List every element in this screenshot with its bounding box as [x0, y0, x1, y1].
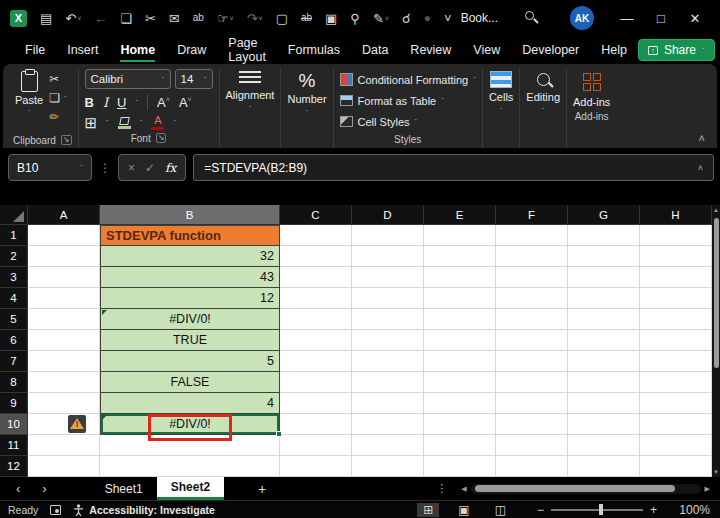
cell-D8[interactable]: [352, 372, 424, 393]
cell-F7[interactable]: [496, 351, 568, 372]
normal-view-icon[interactable]: ⊞: [417, 503, 439, 517]
scroll-left-icon[interactable]: ◀: [461, 485, 466, 493]
cell-H11[interactable]: [640, 435, 712, 456]
underline-button[interactable]: U: [117, 95, 126, 110]
cell-E10[interactable]: [424, 414, 496, 435]
cell-A3[interactable]: [28, 267, 100, 288]
qat-copy-icon[interactable]: ❏: [120, 12, 132, 25]
cell-B12[interactable]: [100, 456, 280, 477]
chevron-down-icon[interactable]: ˋ: [106, 118, 109, 127]
cell-E3[interactable]: [424, 267, 496, 288]
conditional-formatting-button[interactable]: Conditional Formattingˋ: [340, 70, 476, 89]
cell-F4[interactable]: [496, 288, 568, 309]
cell-F9[interactable]: [496, 393, 568, 414]
cell-F3[interactable]: [496, 267, 568, 288]
cell-A6[interactable]: [28, 330, 100, 351]
cell-G4[interactable]: [568, 288, 640, 309]
cell-A4[interactable]: [28, 288, 100, 309]
clipboard-dialog-launcher[interactable]: ↘: [61, 135, 72, 146]
row-header-8[interactable]: 8: [0, 372, 28, 393]
cell-C10[interactable]: [280, 414, 352, 435]
font-name-select[interactable]: Calibriˋ: [85, 69, 171, 89]
cell-E2[interactable]: [424, 246, 496, 267]
cell-G6[interactable]: [568, 330, 640, 351]
avatar[interactable]: AK: [570, 6, 594, 30]
number-button[interactable]: % Number ˋ: [287, 71, 326, 117]
qat-touch-mode-icon[interactable]: ☞˅: [217, 12, 234, 25]
row-header-10[interactable]: 10: [0, 414, 28, 435]
cell-H12[interactable]: [640, 456, 712, 477]
cell-C2[interactable]: [280, 246, 352, 267]
row-header-3[interactable]: 3: [0, 267, 28, 288]
page-layout-view-icon[interactable]: ▣: [452, 503, 475, 517]
share-button[interactable]: ↑ Share ˋ: [638, 39, 715, 61]
row-header-1[interactable]: 1: [0, 225, 28, 246]
accessibility-status[interactable]: Accessibility: Investigate: [89, 504, 214, 516]
cell-H1[interactable]: [640, 225, 712, 246]
qat-paste-special-icon[interactable]: ✉: [169, 12, 180, 25]
cell-A11[interactable]: [28, 435, 100, 456]
cell-F8[interactable]: [496, 372, 568, 393]
tab-view[interactable]: View: [473, 38, 500, 62]
cell-C8[interactable]: [280, 372, 352, 393]
cell-G10[interactable]: [568, 414, 640, 435]
cell-D1[interactable]: [352, 225, 424, 246]
cell-A1[interactable]: [28, 225, 100, 246]
qat-save-icon[interactable]: ▤: [40, 12, 52, 25]
cell-D9[interactable]: [352, 393, 424, 414]
cell-G5[interactable]: [568, 309, 640, 330]
vertical-scroll-thumb[interactable]: [714, 218, 719, 368]
enter-icon[interactable]: ✓: [145, 161, 155, 175]
add-ins-button[interactable]: Add-ins: [573, 71, 610, 108]
cell-B5[interactable]: #DIV/0!: [100, 309, 280, 330]
cell-D6[interactable]: [352, 330, 424, 351]
cell-B7[interactable]: 5: [100, 351, 280, 372]
cell-G11[interactable]: [568, 435, 640, 456]
font-color-button[interactable]: A: [151, 115, 164, 130]
cell-A2[interactable]: [28, 246, 100, 267]
qat-draw-pen-icon[interactable]: ✎˅: [373, 12, 389, 25]
row-header-9[interactable]: 9: [0, 393, 28, 414]
copy-icon[interactable]: ❏: [49, 91, 60, 105]
font-size-select[interactable]: 14ˋ: [175, 69, 213, 89]
cell-D10[interactable]: [352, 414, 424, 435]
qat-redo-icon[interactable]: ↷˅: [247, 12, 263, 25]
sheet-tab-sheet1[interactable]: Sheet1: [91, 477, 157, 500]
cell-G12[interactable]: [568, 456, 640, 477]
format-as-table-button[interactable]: Format as Tableˋ: [340, 91, 476, 110]
column-header-B[interactable]: B: [100, 205, 280, 225]
new-sheet-button[interactable]: +: [258, 481, 266, 497]
column-header-G[interactable]: G: [568, 205, 640, 225]
cells-button[interactable]: Cells ˋ: [489, 71, 513, 115]
cell-C3[interactable]: [280, 267, 352, 288]
cell-D5[interactable]: [352, 309, 424, 330]
qat-find-replace-icon[interactable]: ab: [193, 13, 204, 23]
cell-G9[interactable]: [568, 393, 640, 414]
row-header-4[interactable]: 4: [0, 288, 28, 309]
tab-formulas[interactable]: Formulas: [288, 38, 340, 62]
qat-lookup-icon[interactable]: ☌: [402, 12, 411, 25]
cut-icon[interactable]: ✂: [49, 72, 66, 86]
tab-review[interactable]: Review: [410, 38, 451, 62]
borders-icon[interactable]: ⊞: [85, 115, 98, 130]
cell-H6[interactable]: [640, 330, 712, 351]
qat-record-icon[interactable]: ●: [424, 12, 431, 24]
cell-B8[interactable]: FALSE: [100, 372, 280, 393]
zoom-slider[interactable]: [551, 509, 643, 511]
qat-strikethrough-icon[interactable]: ab: [301, 13, 312, 23]
cell-D2[interactable]: [352, 246, 424, 267]
document-title[interactable]: Book...: [461, 11, 498, 25]
error-options-button[interactable]: [68, 415, 86, 433]
chevron-down-icon[interactable]: ˋ: [64, 94, 67, 103]
cell-G3[interactable]: [568, 267, 640, 288]
chevron-down-icon[interactable]: ˋ: [135, 98, 138, 107]
qat-qat-overflow-icon[interactable]: ˅: [444, 12, 452, 25]
tab-help[interactable]: Help: [601, 38, 627, 62]
cell-D7[interactable]: [352, 351, 424, 372]
cell-E9[interactable]: [424, 393, 496, 414]
horizontal-scrollbar[interactable]: ◀ ▶: [461, 484, 710, 494]
qat-new-document-icon[interactable]: ▢: [276, 12, 288, 25]
cell-F11[interactable]: [496, 435, 568, 456]
cell-C1[interactable]: [280, 225, 352, 246]
cell-E1[interactable]: [424, 225, 496, 246]
